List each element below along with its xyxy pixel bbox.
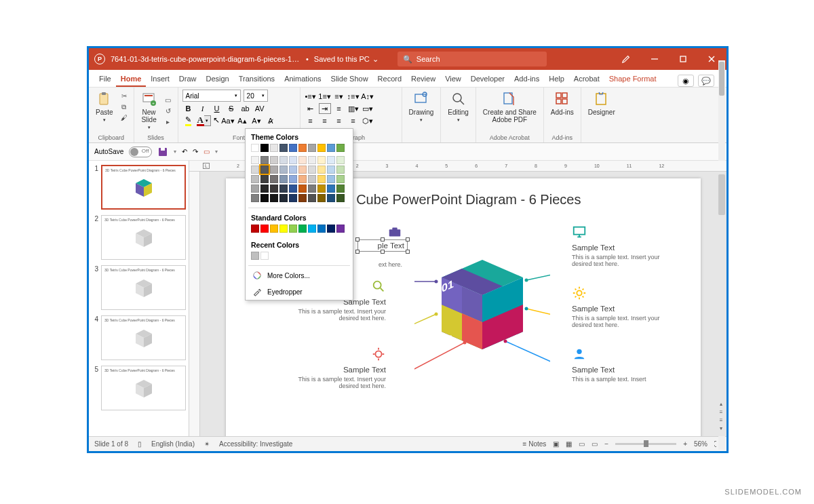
tab-insert[interactable]: Insert: [146, 72, 174, 87]
color-swatch[interactable]: [251, 194, 259, 202]
format-painter-icon[interactable]: 🖌: [119, 113, 130, 123]
color-swatch[interactable]: [260, 185, 269, 193]
color-swatch[interactable]: [317, 144, 326, 152]
language-status[interactable]: English (India): [151, 440, 195, 448]
color-swatch[interactable]: [317, 194, 326, 202]
zoom-out-button[interactable]: −: [604, 440, 608, 448]
color-swatch[interactable]: [260, 156, 269, 164]
color-swatch[interactable]: [289, 166, 297, 174]
color-swatch[interactable]: [298, 185, 307, 193]
line-spacing-button[interactable]: ↕≡▾: [347, 91, 360, 102]
color-swatch[interactable]: [279, 156, 288, 164]
zoom-in-button[interactable]: +: [683, 440, 687, 448]
tab-file[interactable]: File: [94, 72, 116, 87]
color-swatch[interactable]: [327, 225, 335, 233]
tab-design[interactable]: Design: [201, 72, 233, 87]
undo-button[interactable]: ↶: [182, 148, 187, 155]
redo-button[interactable]: ↷: [193, 148, 198, 155]
color-swatch[interactable]: [308, 185, 316, 193]
tab-help[interactable]: Help: [544, 72, 569, 87]
tab-draw[interactable]: Draw: [174, 72, 201, 87]
slide-thumbnail[interactable]: 5 3D Tetris Cube PowerPoint Diagram - 6 …: [92, 366, 186, 410]
color-swatch[interactable]: [251, 156, 259, 164]
color-swatch[interactable]: [308, 175, 316, 183]
reading-view-icon[interactable]: ▭: [579, 440, 585, 448]
bullets-button[interactable]: •≡▾: [305, 91, 317, 102]
color-swatch[interactable]: [308, 225, 316, 233]
italic-button[interactable]: I: [197, 103, 209, 114]
color-swatch[interactable]: [308, 166, 316, 174]
clear-format-button[interactable]: A̷: [265, 115, 277, 126]
color-swatch[interactable]: [251, 185, 259, 193]
color-swatch[interactable]: [270, 194, 278, 202]
start-slideshow-icon[interactable]: ▭: [204, 148, 210, 155]
cut-icon[interactable]: ✂: [119, 92, 130, 101]
color-swatch[interactable]: [308, 194, 316, 202]
copy-icon[interactable]: ⧉: [119, 102, 130, 112]
tab-view[interactable]: View: [440, 72, 466, 87]
autosave-toggle[interactable]: Off: [129, 147, 152, 157]
color-swatch[interactable]: [317, 156, 326, 164]
color-swatch[interactable]: [327, 156, 335, 164]
smartart-button[interactable]: ⬡▾: [362, 115, 374, 126]
section-icon[interactable]: ▸: [163, 117, 174, 126]
color-swatch[interactable]: [260, 166, 269, 174]
color-swatch[interactable]: [298, 194, 307, 202]
tab-add-ins[interactable]: Add-ins: [509, 72, 544, 87]
tab-animations[interactable]: Animations: [279, 72, 326, 87]
normal-view-icon[interactable]: ▣: [553, 440, 559, 448]
notes-button[interactable]: ≡ Notes: [523, 440, 547, 448]
color-swatch[interactable]: [317, 166, 326, 174]
zoom-slider[interactable]: [615, 443, 676, 445]
color-swatch[interactable]: [327, 166, 335, 174]
restore-button[interactable]: [674, 52, 693, 66]
adobe-pdf-button[interactable]: Create and Share Adobe PDF: [480, 90, 539, 125]
minimize-button[interactable]: [645, 52, 664, 66]
color-swatch[interactable]: [298, 144, 307, 152]
selected-text-box[interactable]: ple Text: [357, 239, 408, 252]
designer-button[interactable]: Designer: [585, 90, 618, 117]
slide-thumbnail[interactable]: 3 3D Tetris Cube PowerPoint Diagram - 6 …: [92, 265, 186, 310]
more-colors-button[interactable]: More Colors...: [246, 267, 353, 284]
next-slide-icon[interactable]: ▾: [717, 425, 725, 432]
list-level-button[interactable]: ≡▾: [333, 91, 345, 102]
save-icon[interactable]: [157, 147, 168, 157]
align-justify2-button[interactable]: ≡: [347, 115, 360, 126]
color-swatch[interactable]: [308, 156, 316, 164]
columns-button[interactable]: ▥▾: [347, 103, 360, 114]
text-direction-button[interactable]: A↕▾: [362, 91, 374, 102]
slide-thumbnail[interactable]: 2 3D Tetris Cube PowerPoint Diagram - 6 …: [92, 215, 186, 260]
color-swatch[interactable]: [270, 175, 278, 183]
color-swatch[interactable]: [289, 144, 297, 152]
tab-transitions[interactable]: Transitions: [234, 72, 279, 87]
color-swatch[interactable]: [336, 185, 345, 193]
font-size-select[interactable]: 20▾: [244, 90, 268, 102]
color-swatch[interactable]: [298, 175, 307, 183]
color-swatch[interactable]: [336, 156, 345, 164]
strikethrough-button[interactable]: S: [225, 103, 237, 114]
color-swatch[interactable]: [289, 175, 297, 183]
color-swatch[interactable]: [317, 175, 326, 183]
search-input[interactable]: 🔍 Search: [398, 52, 547, 66]
bold-button[interactable]: B: [182, 103, 195, 114]
align-center-button[interactable]: ≡: [319, 115, 331, 126]
color-swatch[interactable]: [327, 185, 335, 193]
layout-icon[interactable]: ▭: [163, 95, 174, 104]
color-swatch[interactable]: [298, 156, 307, 164]
color-swatch[interactable]: [336, 166, 345, 174]
color-swatch[interactable]: [289, 185, 297, 193]
grow-font-button[interactable]: A▴: [236, 115, 248, 126]
addins-button[interactable]: Add-ins: [548, 90, 577, 117]
eyedropper-button[interactable]: Eyedropper: [246, 284, 353, 300]
recording-icon[interactable]: ◉: [678, 75, 694, 87]
color-swatch[interactable]: [279, 194, 288, 202]
tab-record[interactable]: Record: [373, 72, 406, 87]
color-swatch[interactable]: [251, 175, 259, 183]
underline-button[interactable]: U: [211, 103, 223, 114]
comments-icon[interactable]: 💬: [698, 75, 714, 87]
color-swatch[interactable]: [336, 225, 345, 233]
color-swatch[interactable]: [279, 144, 288, 152]
color-swatch[interactable]: [308, 144, 316, 152]
new-slide-button[interactable]: + New Slide ▾: [138, 90, 160, 132]
char-spacing-button[interactable]: AV: [254, 103, 266, 114]
